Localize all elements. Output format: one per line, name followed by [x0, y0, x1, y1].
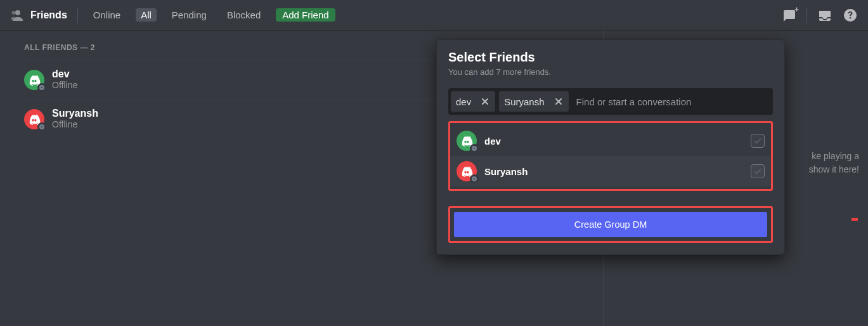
- option-name: Suryansh: [484, 166, 751, 177]
- create-button-highlight: Create Group DM: [448, 206, 773, 243]
- friend-name: Suryansh: [52, 108, 98, 119]
- friend-option-row[interactable]: dev: [450, 126, 771, 156]
- tab-online[interactable]: Online: [88, 8, 126, 22]
- create-group-dm-button[interactable]: Create Group DM: [454, 212, 767, 237]
- tab-all[interactable]: All: [136, 8, 157, 22]
- friend-name: dev: [52, 68, 77, 80]
- remove-chip-icon[interactable]: [480, 96, 490, 107]
- toolbar-divider: [77, 8, 78, 23]
- avatar: [457, 161, 477, 181]
- option-checkbox[interactable]: [751, 164, 765, 178]
- popover-title: Select Friends: [448, 50, 773, 65]
- annotation-marker: [852, 218, 858, 221]
- select-friends-popover: Select Friends You can add 7 more friend…: [436, 39, 785, 255]
- avatar: [457, 131, 477, 151]
- status-offline-icon: [470, 144, 479, 153]
- tab-add-friend[interactable]: Add Friend: [276, 8, 335, 22]
- chip-label: Suryansh: [504, 96, 544, 107]
- friend-search-input[interactable]: [573, 91, 770, 112]
- friend-options-list: dev Suryansh: [448, 121, 773, 191]
- option-name: dev: [484, 136, 751, 147]
- friend-chip[interactable]: Suryansh: [499, 91, 568, 112]
- page-title: Friends: [30, 10, 67, 21]
- option-checkbox[interactable]: [751, 134, 765, 148]
- inbox-button[interactable]: [817, 8, 832, 23]
- friend-chip[interactable]: dev: [451, 91, 495, 112]
- status-offline-icon: [37, 122, 46, 131]
- toolbar-divider: [806, 8, 807, 23]
- new-group-dm-button[interactable]: +: [781, 8, 796, 23]
- help-button[interactable]: [843, 8, 858, 23]
- activity-hint: ke playing a show it here!: [809, 150, 859, 176]
- people-icon: [10, 8, 25, 23]
- tab-pending[interactable]: Pending: [167, 8, 212, 22]
- plus-icon: +: [794, 5, 799, 14]
- tab-blocked[interactable]: Blocked: [222, 8, 266, 22]
- friends-toolbar: Friends Online All Pending Blocked Add F…: [0, 0, 868, 30]
- selected-chips-row[interactable]: dev Suryansh: [448, 88, 773, 115]
- friend-option-row[interactable]: Suryansh: [450, 156, 771, 186]
- avatar: [24, 109, 44, 129]
- chip-label: dev: [456, 96, 471, 107]
- remove-chip-icon[interactable]: [554, 96, 564, 107]
- avatar: [24, 70, 44, 90]
- status-offline-icon: [470, 174, 479, 183]
- friend-status: Offline: [52, 119, 98, 130]
- popover-subtitle: You can add 7 more friends.: [448, 67, 773, 77]
- status-offline-icon: [37, 83, 46, 92]
- friend-status: Offline: [52, 80, 77, 91]
